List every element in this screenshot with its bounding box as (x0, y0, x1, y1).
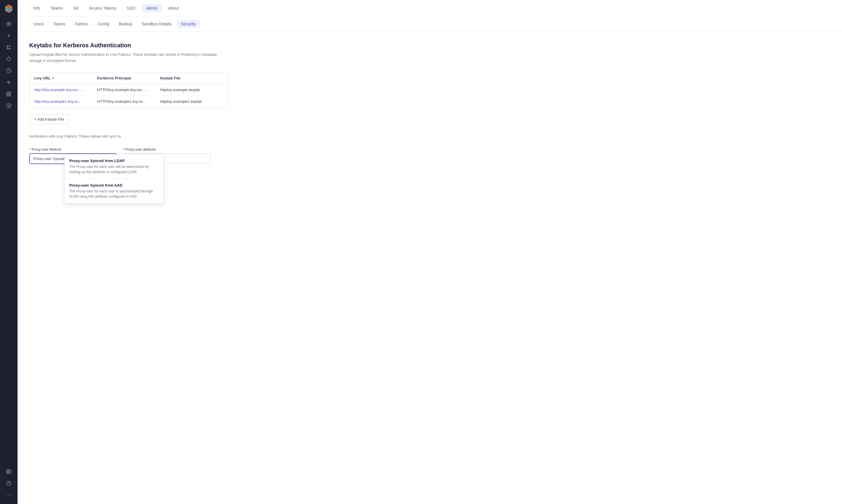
livy-url-1[interactable]: http://livy-example.livy.svc.... (34, 88, 97, 92)
sub-nav-item-backup[interactable]: Backup (115, 20, 137, 28)
keytab-file-1: httplivy-example.keytab (160, 88, 223, 92)
download-icon[interactable] (3, 101, 14, 111)
dropdown-item-ldap[interactable]: Proxy-user Synced from LDAP The Proxy-us… (65, 155, 164, 179)
add-keytab-button[interactable]: + Add Keytab File (29, 114, 69, 124)
proxy-method-label: * Proxy-user Method (29, 147, 117, 151)
top-nav-item-sso[interactable]: SSO (123, 4, 140, 12)
top-nav-item-teams[interactable]: Teams (47, 4, 67, 12)
proxy-desc: hentication with Livy Fabrics. These val… (29, 133, 222, 140)
svg-marker-15 (7, 57, 11, 61)
kerberos-1: HTTP/livy-example.livy.svc... (97, 88, 160, 92)
svg-point-8 (7, 46, 8, 47)
sub-nav-item-sandbox-details[interactable]: Sandbox Details (138, 20, 176, 28)
svg-rect-18 (10, 92, 11, 93)
svg-point-11 (10, 48, 11, 49)
keytab-table: Livy URL ⇅ Kerberos Principal Keytab Fil… (29, 72, 228, 107)
sort-icon[interactable]: ⇅ (52, 76, 54, 80)
clock-icon[interactable] (3, 66, 14, 76)
top-nav-item-admin[interactable]: Admin (142, 4, 162, 12)
top-nav-item-access-tokens[interactable]: Access Tokens (85, 4, 120, 12)
sub-nav-item-teams[interactable]: Teams (49, 20, 70, 28)
table-icon[interactable] (3, 466, 14, 477)
keytab-file-2: httplivy-example1.keytab (160, 99, 223, 104)
main-content: InfoTeamsGitAccess TokensSSOAdminAbout U… (18, 0, 842, 504)
top-nav-item-git[interactable]: Git (69, 4, 83, 12)
top-nav-item-info[interactable]: Info (29, 4, 44, 12)
svg-point-10 (7, 48, 8, 49)
table-header: Livy URL ⇅ Kerberos Principal Keytab Fil… (30, 72, 228, 84)
sub-nav-item-config[interactable]: Config (93, 20, 114, 28)
col-livy-url: Livy URL ⇅ (34, 76, 97, 80)
dropdown-item-aad-title: Proxy-user Synced from AAD (69, 183, 159, 187)
proxy-method-dropdown: Proxy-user Synced from LDAP The Proxy-us… (64, 154, 164, 203)
section-description: Upload Keytab files for secure Authentic… (29, 52, 222, 64)
workflow-icon[interactable] (3, 42, 14, 53)
proxy-attribute-label: * Proxy-user attribute (123, 147, 210, 151)
top-nav: InfoTeamsGitAccess TokensSSOAdminAbout (18, 0, 842, 16)
plus-icon[interactable] (3, 30, 14, 41)
svg-point-9 (10, 46, 11, 47)
dropdown-item-ldap-desc: The Proxy-user for each user will be det… (69, 164, 159, 175)
livy-url-2[interactable]: http://livy-example1.livy.sv... (34, 99, 97, 104)
section-title: Keytabs for Kerberos Authentication (29, 42, 830, 49)
logo (3, 3, 14, 14)
dropdown-item-ldap-title: Proxy-user Synced from LDAP (69, 159, 159, 163)
sub-nav: UsersTeamsFabricsConfigBackupSandbox Det… (18, 16, 842, 32)
svg-rect-17 (7, 92, 8, 93)
help-icon[interactable] (3, 478, 14, 488)
pulse-icon[interactable] (3, 77, 14, 88)
svg-rect-19 (7, 95, 8, 96)
sub-nav-item-security[interactable]: Security (177, 20, 200, 28)
content-area: Keytabs for Kerberos Authentication Uplo… (18, 32, 842, 504)
dropdown-item-aad-desc: The Proxy-user for each user is synchron… (69, 188, 159, 199)
svg-point-5 (8, 23, 10, 25)
col-keytab-file: Keytab File (160, 76, 223, 80)
components-icon[interactable] (3, 89, 14, 99)
kerberos-2: HTTP/livy-example1.livy.sv... (97, 99, 160, 104)
svg-rect-23 (7, 470, 11, 474)
diamond-icon[interactable] (3, 54, 14, 64)
table-row: http://livy-example.livy.svc.... HTTP/li… (30, 84, 228, 96)
col-kerberos: Kerberos Principal (97, 76, 160, 80)
more-options[interactable]: ··· (3, 490, 14, 501)
sub-nav-item-fabrics[interactable]: Fabrics (71, 20, 92, 28)
sub-nav-item-users[interactable]: Users (29, 20, 48, 28)
top-nav-item-about[interactable]: About (164, 4, 183, 12)
table-row: http://livy-example1.livy.sv... HTTP/liv… (30, 96, 228, 107)
dropdown-item-aad[interactable]: Proxy-user Synced from AAD The Proxy-use… (65, 179, 164, 203)
svg-rect-20 (10, 95, 11, 96)
camera-icon[interactable] (3, 19, 14, 29)
sidebar: ··· (0, 0, 18, 504)
